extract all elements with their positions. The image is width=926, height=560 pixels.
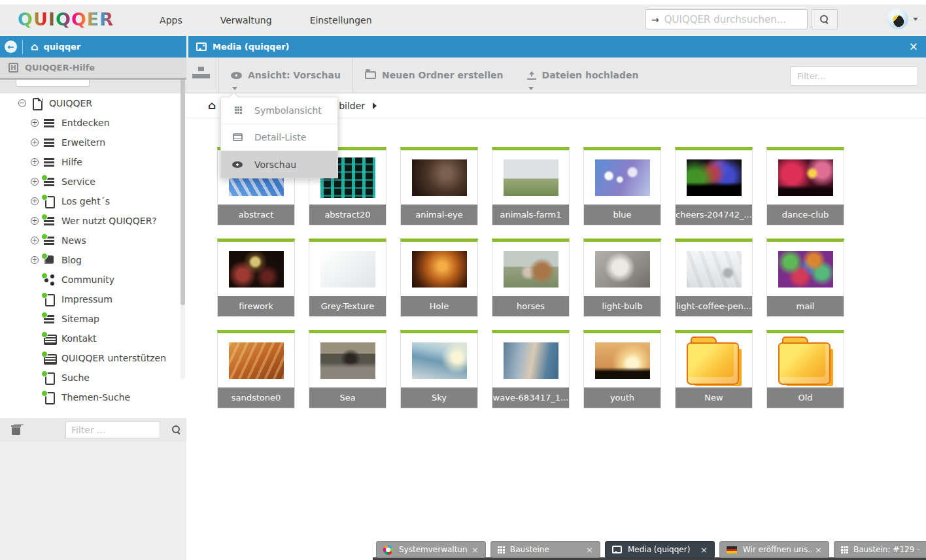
tree-item[interactable]: Themen-Suche xyxy=(0,387,186,407)
tree-item[interactable]: Entdecken xyxy=(0,113,186,133)
search-box[interactable]: → xyxy=(645,9,808,29)
tree-item[interactable]: Hilfe xyxy=(0,152,186,172)
trash-button[interactable] xyxy=(0,425,31,435)
tree-item[interactable]: Suche xyxy=(0,368,186,387)
media-item[interactable]: cheers-204742_... xyxy=(675,147,753,225)
media-item[interactable]: mail xyxy=(766,239,844,317)
menu-item[interactable]: Verwaltung xyxy=(220,11,272,25)
expander-icon[interactable] xyxy=(31,178,39,186)
tree-scrollbar[interactable] xyxy=(180,60,185,379)
trash-icon xyxy=(12,425,20,435)
media-filter-input[interactable] xyxy=(790,66,918,86)
tree-item[interactable]: Wer nutzt QUIQQER? xyxy=(0,211,186,231)
thumbnail-wrap xyxy=(767,333,844,388)
tree-item[interactable]: News xyxy=(0,231,186,250)
tree-filter-input[interactable] xyxy=(65,421,160,438)
avatar[interactable] xyxy=(887,8,908,29)
sitemap-view-button[interactable] xyxy=(186,58,218,93)
media-item[interactable]: Sea xyxy=(309,330,386,408)
view-mode-icon xyxy=(233,133,243,141)
expander-icon[interactable] xyxy=(31,217,39,225)
menu-item[interactable]: Apps xyxy=(160,11,182,25)
media-item[interactable]: Old xyxy=(766,330,844,408)
expander-icon[interactable] xyxy=(31,256,39,264)
expander-icon[interactable] xyxy=(18,99,26,107)
media-item-label: New xyxy=(676,387,752,408)
view-menu-item[interactable]: Detail-Liste xyxy=(221,124,337,151)
media-item[interactable]: Grey-Texture xyxy=(309,239,386,317)
search-button[interactable] xyxy=(812,9,838,29)
taskbar-tab[interactable]: Baustein: #129 - c... × xyxy=(834,541,926,558)
tree-item[interactable]: Kontakt xyxy=(0,329,186,348)
media-item[interactable]: sandstone0 xyxy=(217,330,295,408)
expander-icon[interactable] xyxy=(31,119,39,127)
taskbar-tab[interactable]: Wir eröffnen uns... × xyxy=(719,541,829,558)
media-item[interactable]: dance-club xyxy=(766,147,844,225)
tree-filter-bar xyxy=(0,418,186,442)
media-item[interactable]: Hole xyxy=(400,239,478,317)
media-item[interactable]: firework xyxy=(217,239,295,317)
accordion-panel[interactable]: QUIQQER-Hilfe xyxy=(0,58,186,80)
media-item[interactable]: wave-683417_1... xyxy=(492,330,570,408)
media-item[interactable]: animal-eye xyxy=(400,147,478,225)
search-icon[interactable] xyxy=(172,425,181,435)
media-item[interactable]: Sky xyxy=(400,330,478,408)
view-menu-item[interactable]: Symbolansicht xyxy=(221,97,337,124)
breadcrumb-item[interactable]: bilder xyxy=(339,101,365,111)
tree-item[interactable]: Blog xyxy=(0,250,186,270)
search-input[interactable] xyxy=(664,14,789,25)
chevron-right-icon xyxy=(373,103,377,109)
view-mode-icon xyxy=(232,161,243,168)
thumbnail xyxy=(777,337,834,385)
media-item[interactable]: youth xyxy=(583,330,661,408)
taskbar-tab[interactable]: Media (quiqqer) × xyxy=(605,541,715,558)
expander-icon[interactable] xyxy=(31,158,39,166)
close-icon[interactable]: × xyxy=(909,41,918,52)
media-item[interactable]: blue xyxy=(583,147,661,225)
taskbar-tab[interactable]: Bausteine × xyxy=(490,541,600,558)
expander-icon[interactable] xyxy=(31,197,39,205)
tree-item[interactable]: Los geht´s xyxy=(0,191,186,211)
media-item[interactable]: horses xyxy=(492,239,570,317)
view-menu-items: Symbolansicht Detail-Liste Vorschau xyxy=(221,97,337,178)
upload-files-button[interactable]: Dateien hochladen xyxy=(515,58,651,93)
view-mode-icon xyxy=(235,107,237,108)
tree-item[interactable]: QUIQQER xyxy=(0,93,186,113)
divider xyxy=(22,40,23,54)
tree-item[interactable]: Community xyxy=(0,270,186,289)
quiqqer-logo[interactable]: QUIQQER xyxy=(18,7,114,29)
user-menu[interactable] xyxy=(887,8,918,29)
tree-item[interactable]: QUIQQER unterstützen xyxy=(0,348,186,368)
global-search: → xyxy=(645,9,838,29)
view-button-label: Ansicht: Vorschau xyxy=(248,70,341,80)
expander-icon[interactable] xyxy=(31,139,39,146)
view-menu-item[interactable]: Vorschau xyxy=(221,151,337,178)
close-icon[interactable]: × xyxy=(700,546,708,554)
new-folder-label: Neuen Ordner erstellen xyxy=(382,70,504,80)
media-item[interactable]: light-bulb xyxy=(583,239,661,317)
media-item[interactable]: light-coffee-pen... xyxy=(675,239,753,317)
new-folder-button[interactable]: Neuen Ordner erstellen xyxy=(353,58,515,93)
site-tree: QUIQQER Entdecken Erweitern Hilfe Se xyxy=(0,93,186,418)
menu-item[interactable]: Einstellungen xyxy=(310,11,372,25)
thumbnail xyxy=(229,251,284,288)
close-icon[interactable]: × xyxy=(815,546,822,554)
tree-item[interactable]: Sitemap xyxy=(0,309,186,329)
close-icon[interactable]: × xyxy=(586,546,593,554)
tree-item[interactable]: Impressum xyxy=(0,289,186,309)
tree-item-label: Suche xyxy=(61,372,90,383)
expander-icon[interactable] xyxy=(31,237,39,244)
tab-label: Baustein: #129 - c... xyxy=(853,545,922,554)
home-icon[interactable]: ⌂ xyxy=(208,100,216,111)
media-item-label: Sea xyxy=(309,387,386,408)
taskbar-tab[interactable]: Systemverwaltung × xyxy=(376,541,486,558)
back-icon[interactable]: ← xyxy=(5,41,17,53)
media-item[interactable]: animals-farm1 xyxy=(492,147,570,225)
close-icon[interactable]: × xyxy=(472,546,479,554)
media-item[interactable]: New xyxy=(675,330,753,408)
view-dropdown-button[interactable]: Ansicht: Vorschau xyxy=(219,58,352,93)
tree-item[interactable]: Service xyxy=(0,172,186,191)
thumbnail-wrap xyxy=(401,333,477,388)
scrollbar-thumb[interactable] xyxy=(180,62,185,305)
tree-item[interactable]: Erweitern xyxy=(0,133,186,152)
